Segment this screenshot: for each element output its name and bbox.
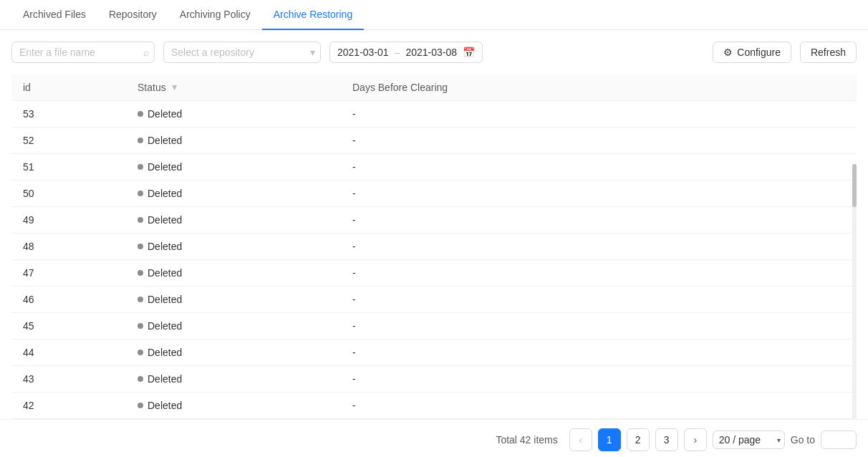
next-page-button[interactable]: › — [684, 428, 707, 451]
status-text: Deleted — [148, 294, 182, 305]
goto-input[interactable] — [821, 430, 857, 449]
cell-status: Deleted — [126, 366, 341, 393]
status-dot — [138, 403, 143, 408]
search-input-wrapper: ⌕ — [11, 42, 155, 63]
refresh-button[interactable]: Refresh — [800, 42, 857, 63]
page-1-button[interactable]: 1 — [598, 428, 621, 451]
cell-status: Deleted — [126, 393, 341, 419]
cell-status: Deleted — [126, 101, 341, 128]
cell-days-before-clearing: - — [341, 340, 857, 366]
status-text: Deleted — [148, 161, 182, 173]
status-text: Deleted — [148, 108, 182, 120]
status-text: Deleted — [148, 320, 182, 332]
cell-id: 43 — [11, 366, 126, 393]
configure-button[interactable]: ⚙ Configure — [713, 42, 791, 63]
cell-days-before-clearing: - — [341, 101, 857, 128]
cell-status: Deleted — [126, 313, 341, 340]
col-days-before-clearing: Days Before Clearing — [341, 74, 857, 101]
table-row: 53Deleted- — [11, 101, 857, 128]
repo-select-wrapper: Select a repository ▾ — [163, 42, 321, 63]
cell-status: Deleted — [126, 260, 341, 287]
table-row: 52Deleted- — [11, 128, 857, 154]
per-page-wrapper: 10 / page 20 / page 50 / page 100 / page… — [713, 430, 785, 449]
status-dot — [138, 323, 143, 329]
cell-days-before-clearing: - — [341, 366, 857, 393]
cell-id: 47 — [11, 260, 126, 287]
calendar-icon: 📅 — [463, 47, 475, 58]
cell-id: 50 — [11, 181, 126, 207]
per-page-select[interactable]: 10 / page 20 / page 50 / page 100 / page — [713, 430, 785, 449]
status-dot — [138, 244, 143, 249]
cell-status: Deleted — [126, 234, 341, 260]
status-dot — [138, 350, 143, 355]
tab-archived-files[interactable]: Archived Files — [11, 0, 97, 30]
cell-id: 51 — [11, 154, 126, 181]
date-range-picker[interactable]: 2021-03-01 – 2021-03-08 📅 — [329, 42, 483, 63]
cell-days-before-clearing: - — [341, 234, 857, 260]
date-start: 2021-03-01 — [337, 47, 389, 58]
scrollbar-track[interactable] — [852, 164, 857, 419]
cell-status: Deleted — [126, 181, 341, 207]
table-row: 42Deleted- — [11, 393, 857, 419]
date-separator: – — [395, 47, 400, 58]
status-text: Deleted — [148, 400, 182, 411]
col-id: id — [11, 74, 126, 101]
status-dot — [138, 164, 143, 170]
repo-select[interactable]: Select a repository — [163, 42, 321, 63]
prev-page-button[interactable]: ‹ — [569, 428, 592, 451]
toolbar: ⌕ Select a repository ▾ 2021-03-01 – 202… — [0, 30, 868, 74]
cell-status: Deleted — [126, 287, 341, 313]
table-container: id Status ▼ Days Before Clearing 53Delet… — [0, 74, 868, 419]
tab-archiving-policy[interactable]: Archiving Policy — [168, 0, 262, 30]
cell-id: 53 — [11, 101, 126, 128]
status-dot — [138, 297, 143, 302]
tab-repository[interactable]: Repository — [97, 0, 168, 30]
cell-days-before-clearing: - — [341, 393, 857, 419]
page-3-button[interactable]: 3 — [655, 428, 678, 451]
table-row: 46Deleted- — [11, 287, 857, 313]
cell-days-before-clearing: - — [341, 128, 857, 154]
cell-status: Deleted — [126, 154, 341, 181]
total-label: Total 42 items — [496, 434, 557, 446]
status-dot — [138, 270, 143, 276]
date-end: 2021-03-08 — [405, 47, 457, 58]
filter-icon[interactable]: ▼ — [170, 82, 179, 92]
cell-id: 44 — [11, 340, 126, 366]
page-2-button[interactable]: 2 — [627, 428, 650, 451]
status-dot — [138, 376, 143, 382]
status-dot — [138, 217, 143, 223]
status-text: Deleted — [148, 241, 182, 252]
status-text: Deleted — [148, 373, 182, 385]
configure-label: Configure — [737, 47, 781, 58]
gear-icon: ⚙ — [723, 47, 733, 58]
table-row: 47Deleted- — [11, 260, 857, 287]
cell-id: 46 — [11, 287, 126, 313]
cell-days-before-clearing: - — [341, 154, 857, 181]
data-table: id Status ▼ Days Before Clearing 53Delet… — [11, 74, 857, 419]
scrollbar-thumb[interactable] — [852, 164, 857, 207]
cell-status: Deleted — [126, 128, 341, 154]
search-input[interactable] — [11, 42, 155, 63]
tab-archive-restoring[interactable]: Archive Restoring — [262, 0, 365, 30]
cell-days-before-clearing: - — [341, 207, 857, 234]
pagination: Total 42 items ‹ 1 2 3 › 10 / page 20 / … — [0, 419, 868, 457]
tabs-nav: Archived FilesRepositoryArchiving Policy… — [0, 0, 868, 30]
status-dot — [138, 111, 143, 117]
status-text: Deleted — [148, 214, 182, 226]
cell-id: 45 — [11, 313, 126, 340]
table-wrapper: id Status ▼ Days Before Clearing 53Delet… — [11, 74, 857, 419]
table-body: 53Deleted-52Deleted-51Deleted-50Deleted-… — [11, 101, 857, 419]
goto-label: Go to — [791, 434, 815, 446]
cell-id: 52 — [11, 128, 126, 154]
cell-status: Deleted — [126, 207, 341, 234]
status-text: Deleted — [148, 267, 182, 279]
cell-days-before-clearing: - — [341, 181, 857, 207]
table-row: 49Deleted- — [11, 207, 857, 234]
table-row: 51Deleted- — [11, 154, 857, 181]
cell-days-before-clearing: - — [341, 287, 857, 313]
status-text: Deleted — [148, 188, 182, 199]
cell-id: 49 — [11, 207, 126, 234]
table-header: id Status ▼ Days Before Clearing — [11, 74, 857, 101]
cell-id: 42 — [11, 393, 126, 419]
cell-days-before-clearing: - — [341, 260, 857, 287]
